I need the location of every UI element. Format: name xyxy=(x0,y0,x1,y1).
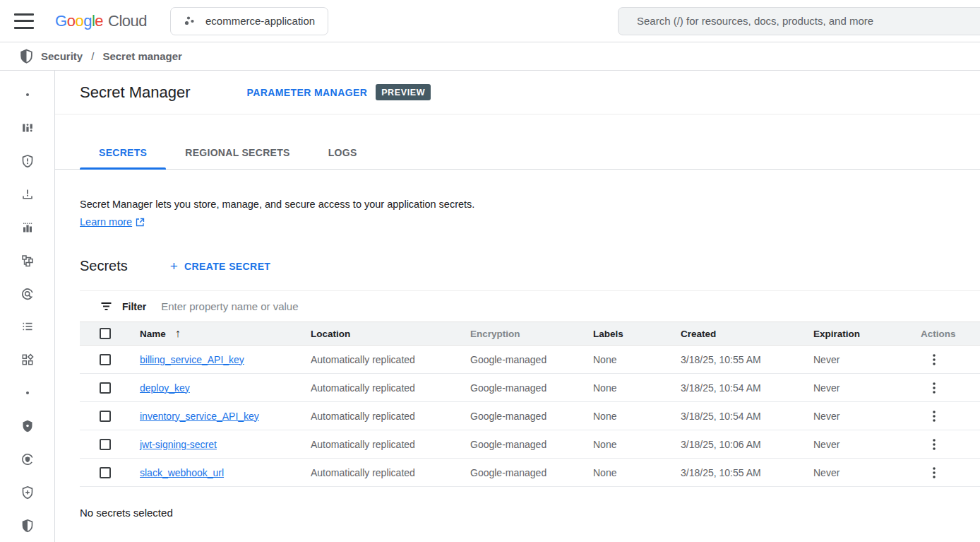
scan-search-icon xyxy=(20,287,35,301)
row-checkbox[interactable] xyxy=(100,382,111,394)
sidebar-item-circled-shield[interactable] xyxy=(11,442,44,476)
tab-bar: SECRETS REGIONAL SECRETS LOGS xyxy=(55,114,980,170)
apps-diamond-icon xyxy=(20,353,35,367)
table-row: jwt-signing-secret Automatically replica… xyxy=(80,430,980,459)
row-actions-menu-button[interactable] xyxy=(918,437,946,452)
shield-half-icon xyxy=(20,519,35,533)
sidebar-item-apps-diamond[interactable] xyxy=(11,343,44,377)
sidebar-item-shield-alert[interactable] xyxy=(11,145,44,178)
secret-name-link[interactable]: deploy_key xyxy=(140,382,190,394)
column-header-created[interactable]: Created xyxy=(681,329,813,339)
row-checkbox[interactable] xyxy=(100,439,111,450)
search-input[interactable] xyxy=(619,15,980,27)
preview-badge: PREVIEW xyxy=(376,84,431,100)
breadcrumb-security[interactable]: Security xyxy=(41,50,83,62)
sidebar-item-org-nodes[interactable] xyxy=(11,244,44,277)
filter-bar[interactable]: Filter xyxy=(80,291,980,322)
row-actions-menu-button[interactable] xyxy=(918,409,946,423)
create-secret-button[interactable]: + CREATE SECRET xyxy=(170,259,271,273)
secret-name-link[interactable]: billing_service_API_key xyxy=(140,354,244,365)
project-name: ecommerce-application xyxy=(205,15,315,27)
findings-list-icon xyxy=(20,319,35,334)
kebab-menu-icon xyxy=(928,437,940,452)
security-command-center-icon xyxy=(20,121,35,135)
row-checkbox[interactable] xyxy=(100,467,111,478)
tab-logs[interactable]: LOGS xyxy=(309,147,376,169)
security-sidebar xyxy=(0,71,55,542)
tab-regional-secrets[interactable]: REGIONAL SECRETS xyxy=(166,147,309,169)
sidebar-item-bar-chart[interactable] xyxy=(11,211,44,244)
bar-chart-icon xyxy=(20,220,35,235)
secrets-heading-row: Secrets + CREATE SECRET xyxy=(80,258,980,274)
dot-icon xyxy=(20,88,35,102)
tab-secrets[interactable]: SECRETS xyxy=(80,147,166,169)
project-selector[interactable]: ecommerce-application xyxy=(170,7,328,35)
secret-encryption: Google-managed xyxy=(470,382,593,394)
sidebar-item-dot[interactable] xyxy=(11,78,44,112)
shield-dot-icon xyxy=(20,419,35,433)
row-actions-menu-button[interactable] xyxy=(918,381,946,395)
sidebar-item-scan-search[interactable] xyxy=(11,277,44,310)
secret-expiration: Never xyxy=(813,439,918,450)
filter-label: Filter xyxy=(122,301,146,312)
row-checkbox[interactable] xyxy=(100,411,111,422)
sidebar-item-command-center[interactable] xyxy=(11,112,44,145)
secret-location: Automatically replicated xyxy=(311,382,470,394)
select-all-checkbox[interactable] xyxy=(100,328,111,339)
external-link-icon xyxy=(136,218,145,227)
kebab-menu-icon xyxy=(928,466,940,480)
column-header-labels[interactable]: Labels xyxy=(593,329,681,339)
breadcrumb-separator: / xyxy=(90,50,95,62)
column-header-name[interactable]: Name ↑ xyxy=(140,327,311,340)
column-header-encryption[interactable]: Encryption xyxy=(470,329,593,339)
learn-more-row: Learn more xyxy=(80,216,980,228)
secrets-heading: Secrets xyxy=(80,258,128,274)
sort-ascending-icon: ↑ xyxy=(175,327,181,340)
search-bar[interactable] xyxy=(618,7,980,35)
secret-labels: None xyxy=(593,467,681,478)
secret-labels: None xyxy=(593,382,681,394)
kebab-menu-icon xyxy=(928,381,940,395)
secret-name-link[interactable]: slack_webhook_url xyxy=(140,467,224,478)
secret-location: Automatically replicated xyxy=(311,467,470,478)
secret-created: 3/18/25, 10:06 AM xyxy=(681,439,813,450)
secret-location: Automatically replicated xyxy=(311,439,470,450)
security-shield-icon xyxy=(19,49,34,64)
cloud-logo-word: Cloud xyxy=(108,12,147,30)
kebab-menu-icon xyxy=(928,353,940,367)
table-row: billing_service_API_key Automatically re… xyxy=(80,346,980,374)
row-checkbox[interactable] xyxy=(100,354,111,365)
table-row: deploy_key Automatically replicated Goog… xyxy=(80,374,980,402)
menu-icon[interactable] xyxy=(14,13,34,29)
secret-created: 3/18/25, 10:55 AM xyxy=(681,354,813,365)
sidebar-item-shield-dot[interactable] xyxy=(11,410,44,443)
breadcrumb-secret-manager[interactable]: Secret manager xyxy=(102,50,182,62)
secret-expiration: Never xyxy=(813,411,918,422)
filter-input[interactable] xyxy=(161,300,980,312)
sidebar-item-findings-list[interactable] xyxy=(11,310,44,343)
secret-encryption: Google-managed xyxy=(470,467,593,478)
secret-encryption: Google-managed xyxy=(470,439,593,450)
row-actions-menu-button[interactable] xyxy=(918,466,946,480)
secret-name-link[interactable]: jwt-signing-secret xyxy=(140,439,217,450)
shield-plus-icon xyxy=(20,485,35,500)
secret-labels: None xyxy=(593,411,681,422)
sidebar-item-tray-alert[interactable] xyxy=(11,178,44,211)
google-logo-word: Google xyxy=(55,12,103,30)
column-header-expiration[interactable]: Expiration xyxy=(813,329,918,339)
parameter-manager-link[interactable]: PARAMETER MANAGER xyxy=(247,87,368,98)
circled-shield-icon xyxy=(20,452,35,466)
sidebar-item-shield-plus[interactable] xyxy=(11,476,44,509)
secrets-table: Filter Name ↑ Location Encryption Labels… xyxy=(80,290,980,487)
page-description: Secret Manager lets you store, manage, a… xyxy=(80,197,980,212)
secret-name-link[interactable]: inventory_service_API_key xyxy=(140,411,259,422)
sidebar-item-shield-half[interactable] xyxy=(11,509,44,542)
breadcrumb: Security / Secret manager xyxy=(0,42,980,71)
sidebar-item-dot-2[interactable] xyxy=(11,377,44,410)
secret-created: 3/18/25, 10:54 AM xyxy=(681,382,813,394)
learn-more-link[interactable]: Learn more xyxy=(80,216,132,228)
google-cloud-logo[interactable]: Google Cloud xyxy=(55,12,147,30)
row-actions-menu-button[interactable] xyxy=(918,353,946,367)
column-header-location[interactable]: Location xyxy=(311,329,470,339)
table-body: billing_service_API_key Automatically re… xyxy=(80,346,980,487)
